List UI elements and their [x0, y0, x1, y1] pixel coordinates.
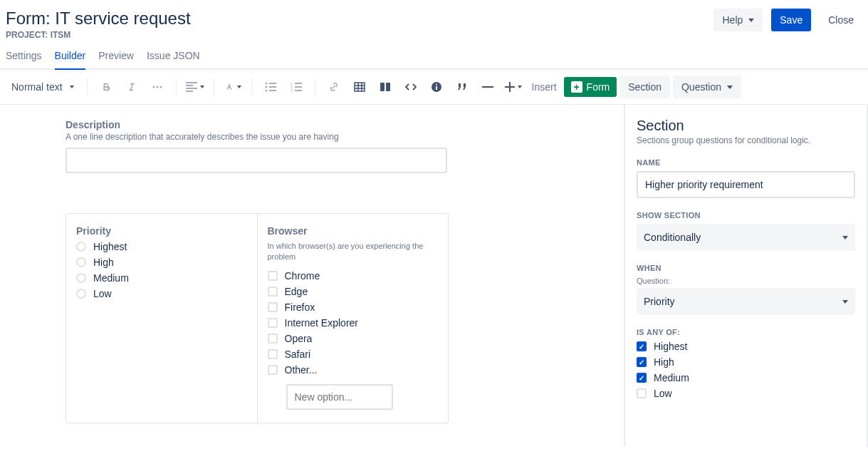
svg-text:3: 3	[291, 88, 293, 92]
svg-rect-12	[269, 90, 276, 91]
svg-rect-27	[436, 86, 437, 90]
add-button[interactable]	[502, 76, 525, 98]
insert-label: Insert	[528, 81, 561, 93]
when-label: WHEN	[637, 264, 855, 272]
isany-option[interactable]: Highest	[637, 341, 855, 352]
chevron-down-icon	[237, 86, 241, 88]
close-button[interactable]: Close	[820, 9, 862, 31]
plus-icon: +	[571, 81, 582, 93]
option-label: Medium	[654, 372, 689, 383]
checkbox-icon	[268, 365, 278, 375]
checkbox-icon	[268, 318, 278, 328]
when-sub: Question:	[637, 277, 855, 285]
isany-option[interactable]: Medium	[637, 372, 855, 383]
checkbox-icon	[637, 388, 647, 398]
insert-section-button[interactable]: Section	[619, 76, 670, 98]
radio-icon	[76, 242, 86, 252]
isany-option[interactable]: High	[637, 356, 855, 368]
checkbox-icon	[637, 357, 647, 367]
priority-option[interactable]: High	[76, 257, 247, 268]
browser-option[interactable]: Safari	[268, 349, 439, 360]
divider-button[interactable]	[476, 76, 499, 98]
when-question-select[interactable]: Priority	[637, 288, 855, 315]
priority-option[interactable]: Low	[76, 288, 247, 299]
help-button[interactable]: Help	[713, 9, 763, 31]
properties-panel: Section Sections group questions for con…	[624, 105, 868, 447]
svg-rect-29	[482, 86, 493, 88]
option-label: Highest	[654, 341, 687, 352]
form-label: Form	[587, 81, 610, 93]
svg-point-28	[436, 84, 437, 86]
question-sub-browser: In which browser(s) are you experiencing…	[268, 241, 439, 263]
help-label: Help	[722, 14, 743, 26]
option-label: Internet Explorer	[285, 317, 359, 329]
svg-rect-4	[186, 85, 193, 86]
link-button[interactable]	[323, 76, 345, 98]
browser-option[interactable]: Chrome	[268, 270, 439, 282]
text-color-button[interactable]	[221, 76, 244, 98]
when-value: Priority	[644, 296, 675, 307]
info-panel-button[interactable]	[425, 76, 448, 98]
quote-button[interactable]	[451, 76, 474, 98]
svg-point-11	[265, 90, 267, 92]
question-title-priority: Priority	[76, 225, 247, 237]
chevron-down-icon	[842, 236, 848, 239]
browser-option[interactable]: Internet Explorer	[268, 317, 439, 329]
bold-button[interactable]	[95, 76, 117, 98]
italic-button[interactable]	[120, 76, 143, 98]
browser-option[interactable]: Firefox	[268, 301, 439, 313]
tab-settings[interactable]: Settings	[6, 50, 42, 68]
svg-point-2	[160, 86, 162, 88]
layout-button[interactable]	[374, 76, 397, 98]
table-button[interactable]	[348, 76, 371, 98]
checkbox-icon	[268, 349, 278, 359]
radio-icon	[76, 273, 86, 283]
option-label: Edge	[285, 286, 308, 297]
checkbox-icon	[268, 287, 278, 296]
radio-icon	[76, 257, 86, 267]
tab-preview[interactable]: Preview	[98, 50, 134, 68]
isany-option[interactable]: Low	[637, 388, 855, 399]
priority-options: Highest High Medium Low	[76, 241, 247, 299]
chevron-down-icon	[70, 86, 74, 88]
name-label: NAME	[637, 158, 855, 167]
new-option-input[interactable]	[286, 384, 393, 410]
description-input[interactable]	[66, 148, 447, 173]
text-style-select[interactable]: Normal text	[6, 77, 80, 97]
option-label: Highest	[93, 241, 127, 252]
option-label: Chrome	[285, 270, 320, 282]
priority-option[interactable]: Highest	[76, 241, 247, 252]
svg-point-1	[156, 86, 158, 88]
canvas: Description A one line description that …	[0, 105, 624, 447]
option-label: Low	[654, 388, 672, 399]
tab-issue-json[interactable]: Issue JSON	[147, 50, 200, 68]
chevron-down-icon	[748, 19, 754, 22]
page-title: Form: IT service request	[6, 9, 191, 29]
option-label: Firefox	[285, 301, 315, 313]
browser-option[interactable]: Other...	[268, 364, 439, 376]
tab-builder[interactable]: Builder	[55, 50, 86, 70]
svg-rect-6	[186, 91, 193, 92]
option-label: High	[654, 356, 674, 368]
insert-form-button[interactable]: + Form	[564, 77, 617, 97]
priority-option[interactable]: Medium	[76, 272, 247, 284]
panel-title: Section	[637, 118, 855, 134]
text-style-label: Normal text	[11, 81, 63, 93]
svg-rect-31	[505, 86, 515, 88]
browser-option[interactable]: Edge	[268, 286, 439, 297]
browser-option[interactable]: Opera	[268, 333, 439, 344]
code-button[interactable]	[399, 76, 422, 98]
question-sub-description: A one line description that accurately d…	[66, 132, 618, 142]
align-button[interactable]	[184, 76, 206, 98]
more-formatting-button[interactable]	[146, 76, 169, 98]
number-list-button[interactable]: 123	[285, 76, 308, 98]
insert-question-button[interactable]: Question	[673, 76, 741, 98]
show-section-select[interactable]: Conditionally	[637, 224, 855, 251]
checkbox-icon	[637, 341, 647, 351]
bullet-list-button[interactable]	[259, 76, 282, 98]
svg-rect-3	[186, 82, 197, 83]
checkbox-icon	[268, 334, 278, 344]
section-name-input[interactable]	[637, 171, 855, 198]
save-button[interactable]: Save	[771, 9, 811, 31]
show-section-label: SHOW SECTION	[637, 211, 855, 220]
